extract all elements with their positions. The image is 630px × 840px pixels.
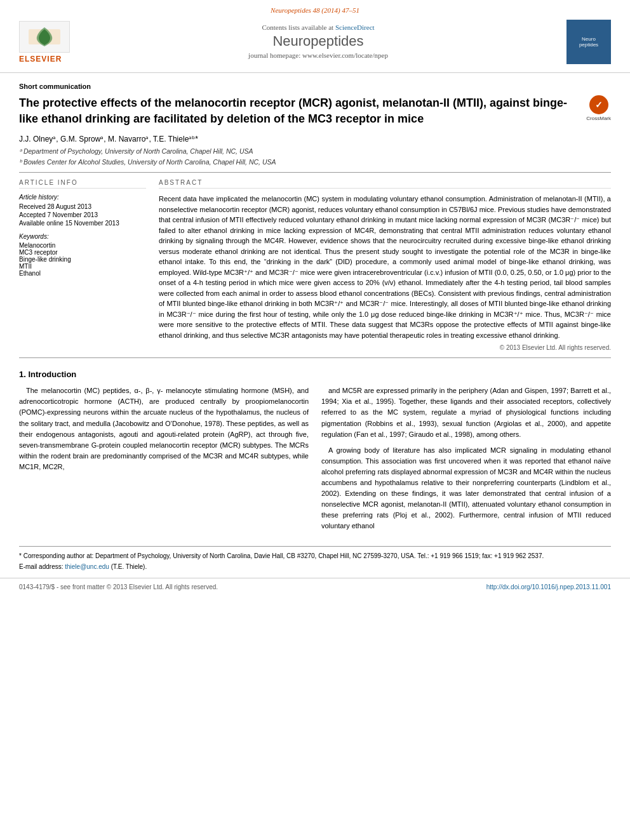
intro-body: The melanocortin (MC) peptides, α-, β-, …	[19, 385, 611, 537]
page: Neuropeptides 48 (2014) 47–51 ELSEVIER C…	[0, 0, 630, 840]
history-label: Article history:	[19, 194, 146, 201]
introduction-section: 1. Introduction The melanocortin (MC) pe…	[19, 370, 611, 537]
intro-title: 1. Introduction	[19, 370, 611, 379]
article-title: The protective effects of the melanocort…	[19, 95, 580, 127]
affiliation-a: ᵃ Department of Psychology, University o…	[19, 147, 611, 155]
article-type: Short communication	[19, 83, 611, 90]
corresponding-author-note: * Corresponding author at: Department of…	[19, 552, 611, 561]
email-link[interactable]: thiele@unc.edu	[65, 563, 109, 570]
received-date: Received 28 August 2013	[19, 203, 146, 210]
abstract-text: Recent data have implicated the melanoco…	[159, 194, 611, 340]
crossmark-label: CrossMark	[586, 116, 611, 121]
affiliation-b: ᵇ Bowles Center for Alcohol Studies, Uni…	[19, 158, 611, 166]
article-info-col: ARTICLE INFO Article history: Received 2…	[19, 179, 146, 351]
keyword-1: Melanocortin	[19, 242, 146, 249]
keywords-label: Keywords:	[19, 233, 146, 240]
authors: J.J. Olneyᵃ, G.M. Sprowᵃ, M. Navarroᵃ, T…	[19, 135, 611, 143]
neuropeptides-badge: Neuropeptides	[566, 20, 611, 64]
intro-right-col: and MC5R are expressed primarily in the …	[321, 385, 611, 537]
content-area: Short communication The protective effec…	[0, 73, 630, 546]
keyword-2: MC3 receptor	[19, 249, 146, 256]
available-date: Available online 15 November 2013	[19, 220, 146, 227]
journal-center-info: Contents lists available at ScienceDirec…	[70, 23, 566, 61]
email-note: E-mail address: thiele@unc.edu (T.E. Thi…	[19, 563, 611, 571]
elsevier-text: ELSEVIER	[19, 55, 62, 63]
footer-doi[interactable]: http://dx.doi.org/10.1016/j.npep.2013.11…	[486, 583, 611, 590]
intro-paragraph-2: and MC5R are expressed primarily in the …	[321, 385, 611, 531]
footer-bar: 0143-4179/$ - see front matter © 2013 El…	[0, 578, 630, 596]
journal-header: Neuropeptides 48 (2014) 47–51 ELSEVIER C…	[0, 0, 630, 73]
keyword-4: MTII	[19, 263, 146, 270]
elsevier-tree-icon	[25, 24, 64, 50]
abstract-col: ABSTRACT Recent data have implicated the…	[159, 179, 611, 351]
crossmark-icon: ✓	[589, 95, 608, 114]
sciencedirect-line: Contents lists available at ScienceDirec…	[70, 23, 566, 31]
elsevier-logo-box	[19, 21, 70, 53]
accepted-date: Accepted 7 November 2013	[19, 211, 146, 218]
journal-title-display: Neuropeptides	[70, 33, 566, 50]
title-row: The protective effects of the melanocort…	[19, 95, 611, 135]
keywords-section: Keywords: Melanocortin MC3 receptor Bing…	[19, 233, 146, 277]
badge-text: Neuropeptides	[579, 36, 598, 48]
divider-1	[19, 172, 611, 173]
journal-homepage: journal homepage: www.elsevier.com/locat…	[70, 51, 566, 59]
article-info-header: ARTICLE INFO	[19, 179, 146, 189]
intro-paragraph-1: The melanocortin (MC) peptides, α-, β-, …	[19, 385, 309, 472]
intro-left-col: The melanocortin (MC) peptides, α-, β-, …	[19, 385, 309, 537]
header-logos: ELSEVIER Contents lists available at Sci…	[19, 17, 611, 67]
journal-ref: Neuropeptides 48 (2014) 47–51	[19, 6, 611, 14]
footnotes: * Corresponding author at: Department of…	[19, 546, 611, 571]
footer-issn: 0143-4179/$ - see front matter © 2013 El…	[19, 583, 218, 590]
abstract-header: ABSTRACT	[159, 179, 611, 189]
divider-2	[19, 357, 611, 358]
elsevier-logo: ELSEVIER	[19, 21, 70, 63]
article-info-abstract: ARTICLE INFO Article history: Received 2…	[19, 179, 611, 351]
copyright: © 2013 Elsevier Ltd. All rights reserved…	[159, 344, 611, 351]
keyword-3: Binge-like drinking	[19, 256, 146, 263]
crossmark-badge[interactable]: ✓ CrossMark	[586, 95, 611, 121]
sciencedirect-link[interactable]: ScienceDirect	[335, 23, 375, 31]
keyword-5: Ethanol	[19, 270, 146, 277]
